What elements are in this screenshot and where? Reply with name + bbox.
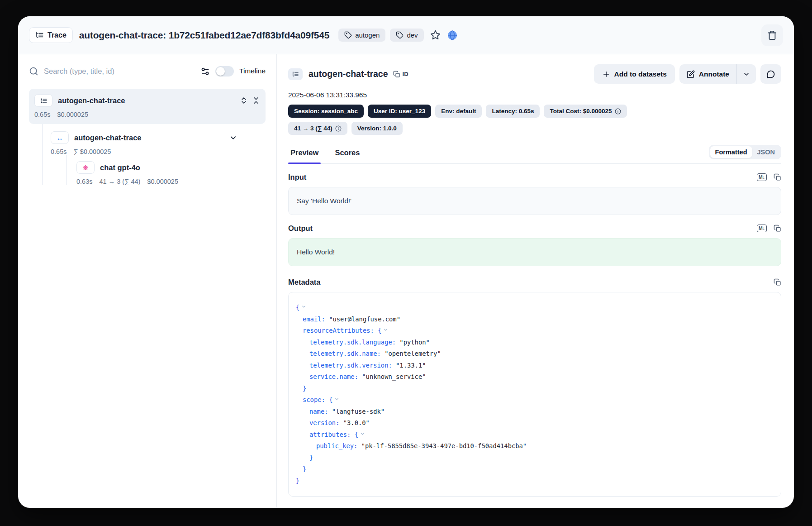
json-collapse-chevron-icon[interactable]	[360, 431, 365, 436]
json-value: "pk-lf-5855d85e-3943-497e-bd10-f50ad414b…	[357, 442, 527, 449]
json-value: "langfuse-sdk"	[328, 408, 385, 415]
json-key: name:	[309, 408, 328, 415]
expand-all-icon[interactable]	[240, 96, 248, 105]
delete-trace-button[interactable]	[761, 24, 783, 46]
tag-autogen[interactable]: autogen	[338, 29, 385, 42]
json-brace: {	[325, 396, 333, 403]
window-title: autogen-chat-trace: 1b72c51fabed12ae7df8…	[79, 30, 329, 41]
list-tree-icon	[35, 31, 44, 39]
format-toggle: Formatted JSON	[709, 145, 781, 159]
tag-icon	[396, 31, 404, 39]
markdown-toggle-icon[interactable]: M↓	[757, 173, 767, 181]
json-brace: }	[309, 454, 313, 461]
annotate-dropdown-chevron[interactable]	[737, 64, 756, 84]
generation-node-icon: ❋	[76, 161, 95, 174]
globe-icon[interactable]	[447, 30, 458, 41]
json-key: email:	[303, 316, 325, 323]
markdown-toggle-icon[interactable]: M↓	[757, 225, 767, 232]
tree-item-trace-root[interactable]: autogen-chat-trace 0.65s$0.000025	[29, 89, 266, 124]
json-brace: {	[296, 304, 299, 311]
plus-icon	[602, 70, 610, 78]
json-collapse-chevron-icon[interactable]	[334, 397, 339, 402]
metadata-badge[interactable]: User ID: user_123	[368, 105, 431, 118]
tree-item-meta: 0.65s∑ $0.000025	[51, 148, 266, 155]
json-line: }	[296, 464, 774, 475]
json-brace: {	[351, 431, 358, 438]
metadata-json-viewer: {email: "user@langfuse.com"resourceAttri…	[288, 292, 781, 497]
tab-preview[interactable]: Preview	[288, 148, 321, 163]
json-line: public_key: "pk-lf-5855d85e-3943-497e-bd…	[296, 440, 774, 452]
metadata-badge: Latency: 0.65s	[486, 105, 540, 118]
span-node-icon: ↔	[51, 131, 69, 144]
metadata-section-header: Metadata	[288, 278, 781, 287]
json-value: "python"	[396, 339, 430, 346]
trace-icon-badge	[288, 68, 303, 80]
badge-label: Session: session_abc	[294, 108, 358, 115]
output-content-box: Hello World!	[288, 238, 781, 266]
json-collapse-chevron-icon[interactable]	[383, 327, 388, 332]
badge-rows: Session: session_abcUser ID: user_123Env…	[288, 105, 781, 135]
tag-label: autogen	[355, 31, 380, 39]
format-option-json[interactable]: JSON	[752, 146, 780, 158]
trace-timestamp: 2025-06-06 13:31:33.965	[288, 91, 781, 99]
window-header: Trace autogen-chat-trace: 1b72c51fabed12…	[18, 16, 794, 54]
annotate-button[interactable]: Annotate	[679, 64, 736, 84]
info-icon[interactable]	[335, 125, 342, 132]
copy-metadata-icon[interactable]	[774, 278, 781, 286]
trace-title: autogen-chat-trace	[309, 69, 388, 79]
json-key: telemetry.sdk.language:	[309, 339, 396, 346]
json-line: version: "3.0.0"	[296, 417, 774, 429]
metadata-badge[interactable]: Session: session_abc	[288, 105, 364, 118]
json-line: }	[296, 383, 774, 395]
input-content-box: Say 'Hello World!'	[288, 187, 781, 215]
format-option-formatted[interactable]: Formatted	[710, 146, 752, 158]
filter-settings-icon[interactable]	[200, 67, 210, 76]
comment-bubble-icon	[766, 70, 775, 79]
trace-badge-label: Trace	[47, 31, 66, 39]
copy-input-icon[interactable]	[774, 173, 781, 181]
tag-label: dev	[407, 31, 418, 39]
json-brace: }	[303, 385, 306, 392]
star-icon[interactable]	[430, 30, 441, 40]
metadata-badge: Version: 1.0.0	[351, 122, 403, 135]
detail-header: autogen-chat-trace ID Add to datasets	[288, 64, 781, 84]
trace-tree: autogen-chat-trace 0.65s$0.000025	[29, 81, 266, 185]
json-key: service.name:	[309, 373, 358, 380]
tag-dev[interactable]: dev	[390, 29, 423, 42]
badge-label: User ID: user_123	[374, 108, 425, 115]
json-line: resourceAttributes: {	[296, 325, 774, 337]
json-value: "opentelemetry"	[381, 350, 441, 357]
tree-item-meta: 0.65s$0.000025	[34, 111, 260, 118]
input-label: Input	[288, 173, 306, 182]
metadata-badge: Total Cost: $0.000025	[544, 105, 627, 118]
comments-button[interactable]	[760, 64, 781, 84]
collapse-all-icon[interactable]	[252, 96, 260, 105]
json-line: telemetry.sdk.language: "python"	[296, 337, 774, 349]
tag-list: autogendev	[338, 29, 423, 42]
badge-label: Latency: 0.65s	[492, 108, 534, 115]
input-section-header: Input M↓	[288, 173, 781, 182]
trace-detail-panel: autogen-chat-trace ID Add to datasets	[277, 54, 794, 508]
tree-item-span[interactable]: ↔ autogen-chat-trace 0.65s∑ $0.000025	[51, 124, 266, 155]
tree-item-generation[interactable]: ❋ chat gpt-4o 0.63s41 → 3 (∑ 44)$0.00002…	[76, 155, 266, 185]
id-label: ID	[403, 71, 408, 77]
badge-row: Session: session_abcUser ID: user_123Env…	[288, 105, 781, 118]
tag-icon	[344, 31, 352, 39]
json-line: {	[296, 302, 774, 314]
trash-icon	[767, 30, 777, 40]
tab-scores[interactable]: Scores	[332, 148, 362, 163]
copy-output-icon[interactable]	[774, 225, 781, 232]
search-input[interactable]	[44, 67, 195, 76]
json-line: service.name: "unknown_service"	[296, 371, 774, 383]
tree-item-label: autogen-chat-trace	[58, 96, 125, 105]
metadata-badge: Env: default	[435, 105, 482, 118]
edit-pencil-icon	[687, 70, 695, 78]
output-section-header: Output M↓	[288, 224, 781, 233]
add-to-datasets-button[interactable]: Add to datasets	[594, 64, 675, 84]
copy-id-icon[interactable]	[393, 71, 400, 78]
timeline-toggle[interactable]	[215, 66, 234, 77]
json-collapse-chevron-icon[interactable]	[301, 304, 306, 309]
chevron-down-icon[interactable]	[229, 134, 237, 142]
json-value: "unknown_service"	[358, 373, 426, 380]
info-icon[interactable]	[615, 108, 621, 115]
